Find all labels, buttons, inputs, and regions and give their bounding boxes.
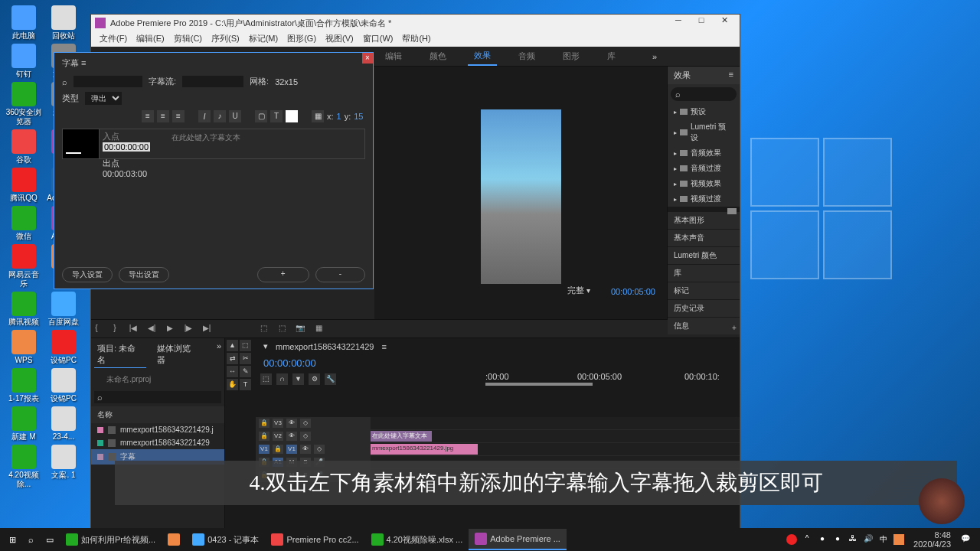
panel-section[interactable]: 历史记录 — [668, 299, 740, 317]
export-frame-button[interactable]: ▦ — [313, 324, 324, 334]
maximize-button[interactable]: □ — [690, 15, 713, 31]
lift-button[interactable]: ⬚ — [258, 324, 269, 334]
desktop-icon[interactable]: 腾讯QQ — [5, 168, 42, 203]
out-timecode[interactable]: 00:00:03:00 — [103, 169, 147, 178]
lock-icon[interactable]: 🔒 — [259, 419, 270, 428]
subtitle-text-input[interactable]: 在此处键入字幕文本 — [168, 129, 364, 158]
effects-folder[interactable]: 预设 — [668, 104, 740, 119]
marker-icon[interactable]: ▾ — [263, 341, 268, 351]
menu-item[interactable]: 图形(G) — [283, 31, 321, 47]
tray-icon[interactable] — [786, 534, 797, 545]
desktop-icon[interactable]: 回收站 — [45, 5, 82, 41]
italic-button[interactable]: I — [198, 110, 211, 122]
step-fwd-button[interactable]: |▶ — [183, 324, 194, 334]
desktop-icon[interactable]: 网易云音乐 — [5, 244, 42, 289]
stream-input[interactable] — [182, 76, 243, 87]
step-back-button[interactable]: ◀| — [146, 324, 157, 334]
taskbar-app[interactable]: 如何利用Pr给视频... — [60, 529, 162, 550]
track-v1[interactable]: V1🔒V1👁◇ mmexport1586343221429.jpg — [256, 443, 740, 456]
effects-folder[interactable]: 音频效果 — [668, 145, 740, 161]
eye-icon[interactable]: 👁 — [286, 419, 297, 428]
snap-button[interactable]: ⬚ — [260, 373, 272, 385]
slip-tool[interactable]: ↔ — [227, 366, 238, 377]
ripple-tool[interactable]: ⇄ — [227, 353, 238, 364]
panel-menu-icon[interactable]: ≡ — [729, 70, 733, 81]
tray-chevron-icon[interactable]: ^ — [802, 534, 812, 545]
desktop-icon[interactable]: 设锦PC — [45, 368, 82, 403]
align-right-button[interactable]: ≡ — [172, 110, 185, 122]
effects-folder[interactable]: 音频过渡 — [668, 161, 740, 176]
menu-item[interactable]: 剪辑(C) — [169, 31, 207, 47]
menu-item[interactable]: 窗口(W) — [358, 31, 398, 47]
settings-button[interactable]: ⚙ — [309, 373, 320, 385]
project-column-name[interactable]: 名称 — [91, 406, 224, 423]
workspace-tab[interactable]: 库 — [601, 47, 622, 65]
music-button[interactable]: ♪ — [214, 110, 226, 122]
align-center-button[interactable]: ≡ — [157, 110, 169, 122]
desktop-icon[interactable]: 360安全浏览器 — [5, 82, 42, 126]
desktop-icon[interactable]: 设锦PC — [45, 330, 82, 365]
tray-icon[interactable]: ● — [832, 534, 843, 545]
video-preview[interactable] — [481, 109, 561, 284]
marker-button[interactable]: ▼ — [292, 373, 304, 385]
panel-section[interactable]: 基本声音 — [668, 229, 740, 246]
wrench-button[interactable]: 🔧 — [325, 373, 336, 385]
tray-icon[interactable] — [893, 534, 904, 545]
go-start-button[interactable]: |◀ — [128, 324, 139, 334]
effects-folder[interactable]: 视频效果 — [668, 176, 740, 191]
ime-icon[interactable]: 中 — [878, 534, 889, 545]
track-v3[interactable]: 🔒V3👁◇ — [256, 417, 740, 430]
desktop-icon[interactable]: 钉钉 — [5, 44, 42, 79]
menu-item[interactable]: 帮助(H) — [397, 31, 435, 47]
desktop-icon[interactable]: 23-4... — [45, 406, 82, 442]
project-item[interactable]: mmexport1586343221429.j — [91, 423, 224, 436]
close-button[interactable]: ✕ — [713, 15, 736, 31]
menu-item[interactable]: 序列(S) — [207, 31, 244, 47]
search-button[interactable]: ⌕ — [22, 529, 40, 550]
pen-tool[interactable]: ✎ — [240, 366, 251, 377]
desktop-icon[interactable]: 百度网盘 — [45, 292, 82, 327]
timeline-ruler[interactable]: :00:00 00:00:05:00 00:00:10: — [485, 372, 740, 386]
video-clip[interactable]: mmexport1586343221429.jpg — [371, 444, 478, 455]
grid-icon[interactable]: ▦ — [312, 110, 324, 122]
media-browser-tab[interactable]: 媒体浏览器 — [154, 341, 201, 368]
workspace-tab[interactable]: 编辑 — [379, 47, 408, 65]
add-button[interactable]: + — [729, 324, 740, 334]
mark-out-button[interactable]: } — [109, 324, 120, 334]
menu-item[interactable]: 视图(V) — [321, 31, 358, 47]
network-icon[interactable]: 🖧 — [848, 534, 858, 545]
desktop-icon[interactable]: 1-17报表 — [5, 368, 42, 403]
play-button[interactable]: ▶ — [165, 324, 175, 334]
menu-item[interactable]: 编辑(E) — [132, 31, 169, 47]
workspace-tab[interactable]: 效果 — [468, 47, 497, 66]
mark-in-button[interactable]: { — [91, 324, 102, 334]
color-swatch[interactable] — [286, 110, 298, 122]
remove-caption-button[interactable]: - — [315, 267, 365, 282]
desktop-icon[interactable]: 此电脑 — [5, 5, 42, 41]
assistant-avatar[interactable] — [919, 478, 965, 524]
desktop-icon[interactable]: 文案. 1 — [45, 445, 82, 480]
bg-button[interactable]: ▢ — [255, 110, 267, 122]
panel-menu-icon[interactable]: ≡ — [381, 342, 386, 351]
export-settings-button[interactable]: 导出设置 — [119, 267, 169, 282]
subtitle-search[interactable] — [74, 76, 142, 87]
desktop-icon[interactable]: 4.20视频除... — [5, 445, 42, 489]
effects-search[interactable]: ⌕ — [671, 87, 737, 101]
monitor-fit-dropdown[interactable]: 完整 ▾ — [567, 285, 590, 296]
start-button[interactable]: ⊞ — [3, 529, 22, 550]
volume-icon[interactable]: 🔊 — [863, 534, 874, 545]
tray-icon[interactable]: ● — [817, 534, 828, 545]
type-select[interactable]: 弹出 — [85, 92, 122, 105]
link-button[interactable]: ∩ — [276, 373, 288, 385]
notifications-icon[interactable]: 💬 — [960, 534, 971, 545]
dialog-close-button[interactable]: × — [362, 53, 373, 64]
track-select-tool[interactable]: ⬚ — [240, 340, 251, 351]
taskbar-app[interactable]: Premiere Pro cc2... — [265, 529, 364, 550]
workspace-tab[interactable]: 图形 — [557, 47, 586, 65]
desktop-icon[interactable]: 腾讯视频 — [5, 292, 42, 327]
panel-section[interactable]: 标记 — [668, 282, 740, 299]
track-v2[interactable]: 🔒V2👁◇ 在此处键入字幕文本 — [256, 430, 740, 443]
align-left-button[interactable]: ≡ — [142, 110, 154, 122]
x-value[interactable]: 1 — [337, 112, 341, 121]
lock-icon[interactable]: 🔒 — [259, 432, 270, 441]
